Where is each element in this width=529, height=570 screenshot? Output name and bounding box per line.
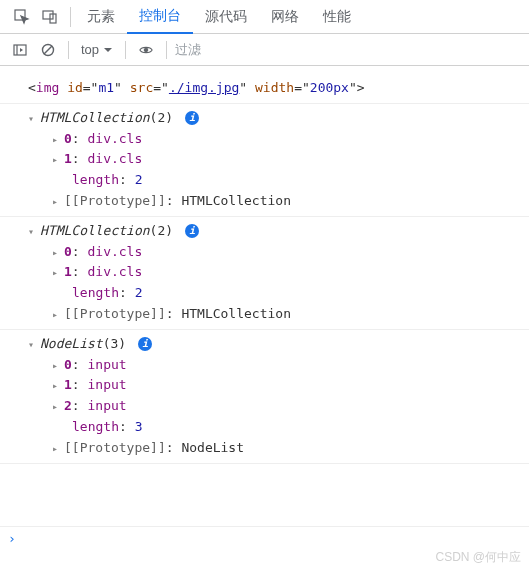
expand-arrow-icon[interactable] [52,194,62,210]
tab-sources[interactable]: 源代码 [193,0,259,34]
tab-network[interactable]: 网络 [259,0,311,34]
clear-console-icon[interactable] [36,38,60,62]
object-property[interactable]: 0: div.cls [0,129,529,150]
object-property: length: 2 [0,170,529,191]
object-property[interactable]: 0: input [0,355,529,376]
expand-arrow-icon[interactable] [52,358,62,374]
object-property[interactable]: 1: div.cls [0,262,529,283]
expand-arrow-icon[interactable] [28,224,38,240]
context-selector[interactable]: top [77,42,117,57]
tab-console[interactable]: 控制台 [127,0,193,34]
object-property[interactable]: [[Prototype]]: NodeList [0,438,529,459]
object-property[interactable]: [[Prototype]]: HTMLCollection [0,191,529,212]
object-property[interactable]: [[Prototype]]: HTMLCollection [0,304,529,325]
info-icon[interactable]: i [138,337,152,351]
console-log-element[interactable]: <img id="m1" src="./img.jpg" width="200p… [0,78,529,99]
expand-arrow-icon[interactable] [52,152,62,168]
object-property[interactable]: 1: div.cls [0,149,529,170]
device-toggle-icon[interactable] [36,3,64,31]
eye-icon[interactable] [134,38,158,62]
object-property: length: 3 [0,417,529,438]
tab-performance[interactable]: 性能 [311,0,363,34]
info-icon[interactable]: i [185,224,199,238]
expand-arrow-icon[interactable] [52,378,62,394]
expand-arrow-icon[interactable] [52,132,62,148]
expand-arrow-icon[interactable] [52,441,62,457]
expand-arrow-icon[interactable] [52,307,62,323]
console-output: <img id="m1" src="./img.jpg" width="200p… [0,66,529,472]
divider [68,41,69,59]
console-prompt[interactable]: › [0,526,529,550]
filter-input[interactable] [175,42,275,57]
context-label: top [81,42,99,57]
console-object-header[interactable]: NodeList(3) i [0,334,529,355]
object-property[interactable]: 2: input [0,396,529,417]
divider [70,7,71,27]
console-object-header[interactable]: HTMLCollection(2) i [0,108,529,129]
svg-point-7 [144,48,148,52]
chevron-down-icon [103,45,113,55]
expand-arrow-icon[interactable] [52,245,62,261]
expand-arrow-icon[interactable] [28,337,38,353]
divider [125,41,126,59]
object-property[interactable]: 1: input [0,375,529,396]
watermark: CSDN @何中应 [435,549,521,566]
expand-arrow-icon[interactable] [28,111,38,127]
expand-arrow-icon[interactable] [52,399,62,415]
divider [166,41,167,59]
sidebar-toggle-icon[interactable] [8,38,32,62]
info-icon[interactable]: i [185,111,199,125]
tab-elements[interactable]: 元素 [75,0,127,34]
object-property[interactable]: 0: div.cls [0,242,529,263]
svg-line-6 [44,46,52,54]
console-object-header[interactable]: HTMLCollection(2) i [0,221,529,242]
svg-rect-1 [43,11,53,19]
select-element-icon[interactable] [8,3,36,31]
object-property: length: 2 [0,283,529,304]
expand-arrow-icon[interactable] [52,265,62,281]
